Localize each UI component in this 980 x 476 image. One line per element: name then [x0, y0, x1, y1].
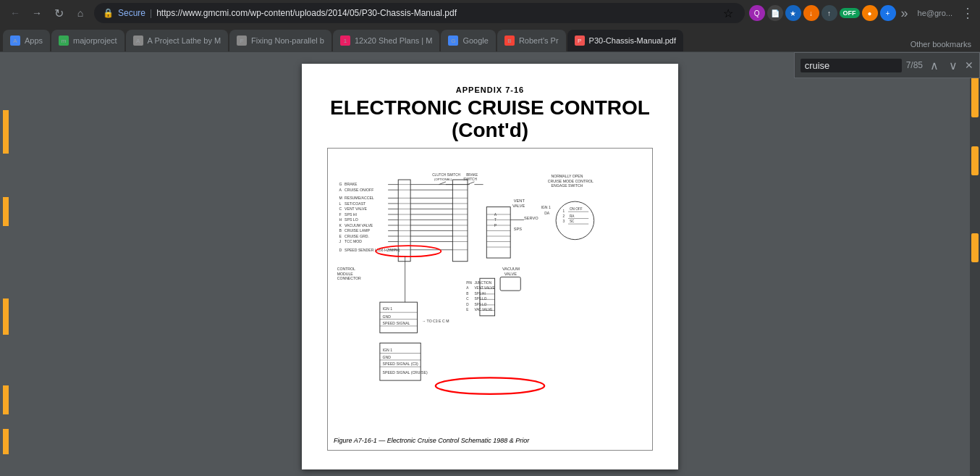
- pdf-title-line2: (Cont'd): [452, 119, 528, 141]
- google-favicon: G: [448, 36, 458, 46]
- nav-buttons: ← → ↻ ⌂: [6, 4, 90, 22]
- tab-project-lathe[interactable]: A A Project Lathe by M: [126, 30, 229, 51]
- browser-chrome: ← → ↻ ⌂ 🔒 Secure | https://www.gmcmi.com…: [0, 0, 980, 52]
- forward-button[interactable]: →: [28, 4, 46, 22]
- ext-icon-6[interactable]: ●: [862, 5, 878, 21]
- bookmark-strip-2[interactable]: [3, 197, 9, 226]
- svg-text:VENT VALVE: VENT VALVE: [345, 206, 368, 211]
- roberts-favicon: B: [504, 36, 515, 46]
- tab-google-label: Google: [462, 36, 488, 45]
- find-prev-button[interactable]: ∧: [927, 57, 942, 74]
- bookmark-star-icon[interactable]: ☆: [720, 5, 736, 22]
- svg-text:IGN 1: IGN 1: [383, 306, 393, 311]
- tab-fixing-label: Fixing Non-parallel b: [251, 36, 324, 45]
- ext-icon-1[interactable]: Q: [749, 5, 765, 21]
- svg-text:ENGAGE SWITCH: ENGAGE SWITCH: [552, 183, 583, 188]
- svg-text:A: A: [466, 286, 469, 290]
- svg-text:VAC VALVE: VAC VALVE: [474, 308, 492, 312]
- svg-text:SPEED SIGNAL (C3): SPEED SIGNAL (C3): [383, 362, 418, 366]
- bookmark-strip-4[interactable]: [3, 385, 9, 414]
- other-bookmarks[interactable]: Other bookmarks: [905, 37, 977, 51]
- svg-text:G: G: [339, 182, 342, 186]
- svg-text:VACUUM VALVE: VACUUM VALVE: [345, 222, 373, 227]
- svg-text:MODULE: MODULE: [337, 271, 354, 275]
- back-button[interactable]: ←: [6, 4, 25, 22]
- svg-text:SPS HI: SPS HI: [474, 291, 485, 295]
- majorproject-favicon: m: [59, 36, 69, 46]
- svg-text:PIN: PIN: [466, 280, 472, 284]
- svg-text:SET/COAST: SET/COAST: [345, 201, 366, 205]
- url-text: https://www.gmcmi.com/wp-content/uploads…: [156, 8, 715, 18]
- find-input[interactable]: [801, 59, 902, 72]
- ext-icon-4[interactable]: ↓: [803, 5, 819, 21]
- find-bar: 7/85 ∧ ∨ ✕: [794, 52, 980, 78]
- shed-favicon: 1: [340, 36, 350, 46]
- bookmark-strip-1[interactable]: [3, 110, 9, 154]
- svg-text:(OPTIONAL): (OPTIONAL): [434, 177, 452, 180]
- tab-majorproject[interactable]: m majorproject: [51, 30, 124, 51]
- scroll-bookmark-3[interactable]: [971, 233, 979, 262]
- svg-text:C: C: [466, 297, 469, 301]
- tab-google[interactable]: G Google: [441, 30, 495, 51]
- pdf-title-line1: ELECTRONIC CRUISE CONTROL: [330, 96, 650, 119]
- svg-text:SWITCH: SWITCH: [463, 177, 477, 180]
- svg-text:GND: GND: [383, 355, 392, 359]
- svg-text:E: E: [466, 308, 468, 312]
- ext-icon-7[interactable]: +: [880, 5, 896, 21]
- svg-text:SERVO: SERVO: [524, 216, 538, 220]
- svg-text:CRUISE LAMP: CRUISE LAMP: [345, 228, 371, 233]
- more-button[interactable]: »: [898, 6, 911, 21]
- tab-pdf[interactable]: P P30-Chassis-Manual.pdf ✕: [567, 30, 683, 51]
- svg-text:2: 2: [562, 214, 565, 217]
- ext-icon-5[interactable]: ↑: [821, 5, 837, 21]
- svg-text:CRUISE MODE CONTROL: CRUISE MODE CONTROL: [548, 178, 594, 183]
- toggle-icon[interactable]: OFF: [840, 8, 860, 18]
- secure-label: Secure: [118, 8, 145, 18]
- svg-text:M: M: [339, 196, 342, 200]
- schematic-container: G A M L C F H K B E J D BRAKE CRUISE ON/…: [327, 148, 653, 451]
- svg-text:RESUME/ACCEL: RESUME/ACCEL: [345, 196, 374, 200]
- svg-text:VENT: VENT: [514, 199, 525, 203]
- find-next-button[interactable]: ∨: [946, 57, 960, 74]
- find-close-button[interactable]: ✕: [965, 59, 973, 71]
- tab-shed-label: 12x20 Shed Plans | M: [355, 36, 432, 45]
- scroll-bookmark-1[interactable]: [971, 74, 979, 117]
- svg-text:TCC MOD: TCC MOD: [345, 239, 362, 243]
- top-bar: ← → ↻ ⌂ 🔒 Secure | https://www.gmcmi.com…: [0, 0, 980, 26]
- svg-text:IGN 1: IGN 1: [383, 347, 393, 351]
- apps-favicon: A: [10, 36, 20, 46]
- tab-roberts[interactable]: B Robert's Pr: [497, 30, 566, 51]
- user-email: he@gro...: [918, 9, 952, 17]
- right-scrollbar[interactable]: [970, 52, 980, 476]
- svg-text:1: 1: [562, 209, 565, 213]
- scroll-bookmark-2[interactable]: [971, 146, 979, 175]
- svg-text:GND: GND: [383, 314, 392, 318]
- tab-pdf-label: P30-Chassis-Manual.pdf: [589, 36, 676, 45]
- tab-shed[interactable]: 1 12x20 Shed Plans | M: [333, 30, 439, 51]
- svg-text:CONNECTOR: CONNECTOR: [337, 276, 361, 280]
- tab-apps[interactable]: A Apps: [3, 30, 50, 51]
- svg-line-84: [468, 181, 474, 184]
- svg-text:SPS LO: SPS LO: [474, 297, 486, 301]
- svg-text:E: E: [339, 233, 342, 238]
- home-button[interactable]: ⌂: [71, 4, 90, 22]
- svg-text:→ TO C3 E C M: → TO C3 E C M: [422, 319, 449, 323]
- svg-text:IGN 1: IGN 1: [541, 205, 551, 209]
- menu-icon[interactable]: ⋮: [961, 5, 974, 21]
- address-bar[interactable]: 🔒 Secure | https://www.gmcmi.com/wp-cont…: [94, 3, 745, 23]
- url-separator: |: [150, 8, 152, 18]
- svg-text:L: L: [339, 201, 342, 205]
- project-lathe-favicon: A: [133, 36, 143, 46]
- bookmark-strip-5[interactable]: [3, 429, 9, 454]
- pdf-appendix: APPENDIX 7-16: [327, 85, 653, 94]
- svg-text:ON OFF: ON OFF: [570, 207, 583, 211]
- find-count: 7/85: [906, 60, 923, 70]
- ext-icon-2[interactable]: 📄: [767, 5, 783, 21]
- svg-text:VENT VALVE: VENT VALVE: [474, 286, 494, 290]
- refresh-button[interactable]: ↻: [49, 4, 68, 22]
- pdf-favicon: P: [575, 36, 585, 46]
- bookmark-strip-3[interactable]: [3, 298, 9, 335]
- tab-project-lathe-label: A Project Lathe by M: [148, 36, 221, 45]
- ext-icon-3[interactable]: ★: [785, 5, 801, 21]
- tab-fixing[interactable]: F Fixing Non-parallel b: [229, 30, 331, 51]
